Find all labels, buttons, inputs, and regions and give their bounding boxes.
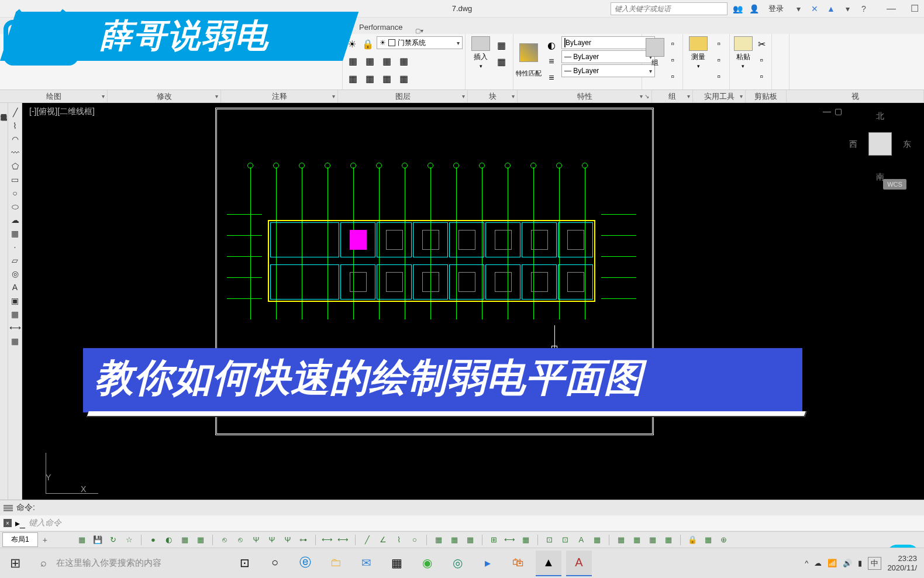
viewport-controls[interactable]: —▢ (823, 106, 842, 116)
tool-icon[interactable]: ▦ (178, 534, 191, 546)
wcs-badge[interactable]: WCS (883, 179, 906, 190)
wechat-icon[interactable]: ◉ (414, 551, 440, 576)
color-wheel-icon[interactable]: ◐ (544, 37, 559, 53)
edge-icon[interactable]: ⓔ (292, 551, 318, 576)
mail-icon[interactable]: ✉ (353, 551, 379, 576)
viewport-label[interactable]: [-][俯视][二维线框] (29, 106, 95, 117)
tool-icon[interactable]: ○ (408, 534, 421, 546)
panel-label[interactable]: 块▾ (468, 90, 518, 102)
tool-icon[interactable]: ▦ (702, 534, 715, 546)
start-button[interactable]: ⊞ (0, 548, 30, 579)
store-icon[interactable]: 🛍 (505, 551, 531, 576)
onedrive-icon[interactable]: ☁ (814, 559, 822, 567)
line-icon[interactable]: ╱ (9, 106, 21, 118)
copy-icon[interactable]: ▫ (754, 53, 769, 68)
tool-icon[interactable]: A (575, 534, 588, 546)
ungroup-icon[interactable]: ▫ (665, 36, 680, 51)
tool-icon[interactable]: ▦ (591, 534, 604, 546)
panel-label[interactable]: 修改▾ (108, 90, 221, 102)
panel-label[interactable]: 图层▾ (338, 90, 468, 102)
region-icon[interactable]: ▱ (9, 254, 21, 266)
panel-label[interactable]: 注释▾ (221, 90, 338, 102)
taskbar-search[interactable]: 在这里输入你要搜索的内容 (56, 558, 196, 569)
tool-icon[interactable]: ◐ (163, 534, 175, 546)
tool-icon[interactable]: ↻ (107, 534, 120, 546)
tool-icon[interactable]: Ψ (281, 534, 294, 546)
tool-icon[interactable]: ⌇ (392, 534, 405, 546)
edit-group-icon[interactable]: ▫ (665, 53, 680, 68)
tool-icon[interactable]: ╱ (361, 534, 374, 546)
donut-icon[interactable]: ◎ (9, 268, 21, 280)
rectangle-icon[interactable]: ▭ (9, 174, 21, 185)
explorer-icon[interactable]: 🗀 (323, 551, 349, 576)
spline-icon[interactable]: 〰 (9, 147, 21, 159)
layer-icon[interactable]: ▦ (396, 71, 411, 86)
block-icon[interactable]: ▣ (9, 295, 21, 307)
paint-icon[interactable]: ▦ (9, 335, 21, 347)
linetype-dropdown[interactable]: — ByLayer▾ (561, 50, 655, 63)
polygon-icon[interactable]: ⬠ (9, 160, 21, 172)
app-icon[interactable]: ▲ (536, 551, 561, 576)
ellipse-icon[interactable]: ⬭ (9, 201, 21, 212)
tool-icon[interactable]: ⊡ (543, 534, 556, 546)
linetype-icon[interactable]: ≡ (544, 54, 559, 69)
layer-icon[interactable]: ▦ (362, 71, 377, 86)
ime-indicator[interactable]: 中 (868, 557, 881, 570)
tool-icon[interactable]: ▦ (75, 534, 88, 546)
tool-icon[interactable]: ⎋ (218, 534, 231, 546)
group-button[interactable]: 组 (644, 36, 665, 69)
insert-block-button[interactable]: 插入 ▾ (468, 36, 494, 69)
tray-expand-icon[interactable]: ^ (805, 559, 808, 567)
tool-icon[interactable]: ▦ (194, 534, 207, 546)
layer-icon[interactable]: ▦ (362, 54, 377, 69)
dropdown-icon[interactable]: ▾ (792, 2, 805, 15)
tool-strip-left[interactable]: 置流备线计置室气件统统图字路寸导规图功 (0, 103, 8, 500)
edge-chromium-icon[interactable]: ◎ (444, 551, 470, 576)
tool-icon[interactable]: ▦ (646, 534, 659, 546)
close-icon[interactable]: × (4, 519, 12, 527)
lock-icon[interactable]: 🔒 (361, 36, 375, 51)
tool-icon[interactable]: ● (147, 534, 160, 546)
browser-icon[interactable]: ▸ (475, 551, 501, 576)
user-icon[interactable]: 👤 (747, 2, 760, 15)
tool-icon[interactable]: ▦ (615, 534, 628, 546)
quickselect-icon[interactable]: ▫ (711, 69, 726, 84)
hatch-icon[interactable]: ▦ (9, 228, 21, 239)
layer-icon[interactable]: ▦ (379, 71, 394, 86)
layer-icon[interactable]: ▦ (396, 54, 411, 69)
paste-button[interactable]: 粘贴 ▾ (732, 36, 754, 69)
layout-tab[interactable]: 布局1 (2, 532, 38, 547)
autocad-icon[interactable]: A (566, 551, 592, 576)
panel-label[interactable]: 特性▾ ↘ (518, 90, 652, 102)
cortana-icon[interactable]: ○ (262, 551, 288, 576)
dim-icon[interactable]: ⟷ (9, 322, 21, 333)
volume-icon[interactable]: 🔊 (843, 559, 852, 567)
point-icon[interactable]: · (9, 241, 21, 253)
tool-icon[interactable]: ⊡ (559, 534, 572, 546)
help-search-input[interactable] (611, 2, 728, 15)
search-icon[interactable]: ⌕ (30, 557, 56, 569)
arc-icon[interactable]: ◠ (9, 133, 21, 145)
ribbon-tab-perf[interactable]: Performance (351, 20, 411, 34)
select-icon[interactable]: ▫ (711, 36, 726, 51)
measure-button[interactable]: 测量 ▾ (685, 36, 711, 69)
tool-icon[interactable]: ▦ (464, 534, 477, 546)
command-input[interactable]: 键入命令 (29, 518, 61, 528)
layer-icon[interactable]: ▦ (379, 54, 394, 69)
expand-icon[interactable]: ▢▾ (415, 27, 423, 34)
copyclip-icon[interactable]: ▫ (754, 69, 769, 84)
user-group-icon[interactable]: 👥 (731, 2, 744, 15)
text-icon[interactable]: A (9, 281, 21, 293)
task-view-icon[interactable]: ⊡ (232, 551, 257, 576)
panel-label[interactable]: 视 (787, 90, 924, 102)
tool-icon[interactable]: 🔒 (686, 534, 699, 546)
add-layout-button[interactable]: + (38, 534, 52, 546)
layer-icon[interactable]: ▦ (345, 71, 360, 86)
battery-icon[interactable]: ▮ (858, 559, 862, 567)
group-icon[interactable]: ▫ (665, 69, 680, 84)
lineweight-icon[interactable]: ≡ (544, 70, 559, 85)
minimize-button[interactable]: — (885, 3, 897, 15)
clock[interactable]: 23:23 2020/11/ (887, 554, 917, 572)
tool-icon[interactable]: ⟷ (337, 534, 350, 546)
panel-label[interactable]: 绘图▾ (0, 90, 108, 102)
